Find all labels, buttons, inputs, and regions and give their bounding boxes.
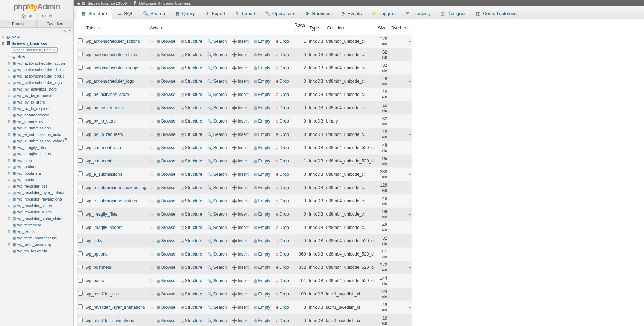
browse-action[interactable]: ▦Browse — [157, 238, 176, 243]
tab-events[interactable]: ◔Events — [335, 8, 367, 19]
expand-icon[interactable]: ⊞ — [7, 100, 11, 104]
empty-action[interactable]: 🗑Empty — [254, 159, 271, 164]
tree-table[interactable]: ⊞▦wp_terms — [0, 228, 73, 235]
tree-table[interactable]: ⊞▦wp_bv_lp_requests — [0, 105, 73, 112]
tab-sql[interactable]: ▭SQL — [112, 8, 138, 19]
table-name-link[interactable]: wp_actionscheduler_groups — [86, 65, 139, 70]
tree-table[interactable]: ⊞▦wp_revslider_sliders — [0, 202, 73, 209]
insert-action[interactable]: ➕Insert — [232, 79, 249, 84]
favorite-star-icon[interactable]: ☆ — [149, 185, 154, 190]
browse-action[interactable]: ▦Browse — [157, 132, 176, 137]
col-table[interactable]: Table ▲ — [84, 21, 148, 35]
drop-action[interactable]: ⊖Drop — [276, 238, 289, 243]
search-action[interactable]: 🔍Search — [207, 265, 227, 270]
drop-action[interactable]: ⊖Drop — [276, 185, 289, 190]
expand-icon[interactable]: ⊞ — [7, 74, 11, 78]
browse-action[interactable]: ▦Browse — [157, 291, 176, 297]
search-action[interactable]: 🔍Search — [207, 159, 227, 164]
table-name-link[interactable]: wp_actionscheduler_logs — [86, 79, 134, 84]
favorite-star-icon[interactable]: ☆ — [149, 92, 154, 97]
search-action[interactable]: 🔍Search — [207, 119, 227, 124]
insert-action[interactable]: ➕Insert — [232, 291, 249, 297]
drop-action[interactable]: ⊖Drop — [276, 318, 289, 323]
insert-action[interactable]: ➕Insert — [232, 238, 249, 243]
structure-action[interactable]: ▤Structure — [181, 132, 203, 137]
tree-table[interactable]: ⊞▦wp_postmeta — [0, 170, 73, 176]
search-action[interactable]: 🔍Search — [207, 52, 227, 57]
row-checkbox[interactable] — [78, 265, 83, 269]
favorite-star-icon[interactable]: ☆ — [149, 145, 154, 151]
tree-table[interactable]: ⊞▦wp_imagify_folders — [0, 151, 73, 157]
col-collation[interactable]: Collation — [325, 21, 376, 35]
search-action[interactable]: 🔍Search — [207, 198, 227, 203]
table-name-link[interactable]: wp_links — [86, 238, 102, 243]
row-checkbox[interactable] — [78, 52, 83, 56]
drop-action[interactable]: ⊖Drop — [276, 278, 289, 283]
home-icon[interactable]: 🏠 — [21, 14, 26, 19]
browse-action[interactable]: ▦Browse — [157, 172, 176, 177]
browse-action[interactable]: ▦Browse — [157, 119, 176, 124]
structure-action[interactable]: ▤Structure — [181, 159, 203, 164]
search-action[interactable]: 🔍Search — [207, 252, 227, 257]
favorite-star-icon[interactable]: ☆ — [149, 132, 154, 137]
tree-table[interactable]: ⊞▦wp_e_submissions_action — [0, 131, 73, 138]
row-checkbox[interactable] — [78, 171, 83, 176]
insert-action[interactable]: ➕Insert — [232, 39, 249, 44]
docs-icon[interactable]: ❔ — [34, 14, 40, 19]
structure-action[interactable]: ▤Structure — [181, 225, 203, 230]
tab-import[interactable]: ⇧Import — [230, 8, 260, 19]
table-name-link[interactable]: wp_bv_activities_store — [86, 92, 129, 97]
col-rows[interactable]: Rows ⓘ — [292, 21, 308, 35]
expand-icon[interactable]: ⊞ — [7, 133, 11, 136]
drop-action[interactable]: ⊖Drop — [276, 198, 289, 203]
favorite-star-icon[interactable]: ☆ — [149, 158, 154, 164]
tab-tracking[interactable]: 👁Tracking — [400, 8, 435, 19]
tree-table[interactable]: ⊞▦wp_e_submissions_values — [0, 138, 73, 144]
tree-table[interactable]: ⊞▦wp_actionscheduler_action — [0, 60, 73, 66]
col-size[interactable]: Size — [376, 21, 389, 35]
expand-icon[interactable]: ⊞ — [7, 165, 11, 169]
expand-icon[interactable]: ⊞ — [7, 120, 11, 123]
table-name-link[interactable]: wp_imagify_folders — [86, 225, 123, 230]
row-checkbox[interactable] — [78, 291, 83, 296]
favorite-star-icon[interactable]: ☆ — [149, 52, 154, 58]
table-name-link[interactable]: wp_revslider_css — [86, 291, 119, 297]
table-name-link[interactable]: wp_imagify_files — [86, 212, 117, 217]
drop-action[interactable]: ⊖Drop — [276, 252, 289, 257]
table-name-link[interactable]: wp_revslider_layer_animations — [86, 305, 145, 310]
expand-icon[interactable]: ⊞ — [7, 204, 11, 207]
structure-action[interactable]: ▤Structure — [181, 278, 203, 283]
empty-action[interactable]: 🗑Empty — [254, 39, 271, 44]
table-name-link[interactable]: wp_options — [86, 252, 108, 257]
clear-filter-icon[interactable]: ✕ — [53, 49, 56, 52]
empty-action[interactable]: 🗑Empty — [254, 238, 271, 243]
tree-table[interactable]: ⊞▦wp_bv_ip_store — [0, 99, 73, 105]
browse-action[interactable]: ▦Browse — [157, 305, 176, 310]
insert-action[interactable]: ➕Insert — [232, 185, 249, 190]
empty-action[interactable]: 🗑Empty — [254, 185, 271, 190]
insert-action[interactable]: ➕Insert — [232, 92, 249, 97]
expand-icon[interactable]: ⊞ — [7, 61, 11, 65]
tree-table[interactable]: ⊞▦wp_revslider_css — [0, 183, 73, 189]
insert-action[interactable]: ➕Insert — [232, 212, 249, 217]
empty-action[interactable]: 🗑Empty — [254, 278, 271, 283]
expand-icon[interactable]: ⊞ — [7, 55, 11, 59]
tab-structure[interactable]: ▦Structure — [76, 8, 112, 19]
search-action[interactable]: 🔍Search — [207, 318, 227, 323]
insert-action[interactable]: ➕Insert — [232, 305, 249, 310]
tree-table[interactable]: ⊞▦wp_termmeta — [0, 222, 73, 228]
favorite-star-icon[interactable]: ☆ — [149, 211, 154, 217]
empty-action[interactable]: 🗑Empty — [254, 291, 271, 297]
favorite-star-icon[interactable]: ☆ — [149, 225, 154, 230]
structure-action[interactable]: ▤Structure — [181, 172, 203, 177]
tree-table[interactable]: ⊞▦wp_revslider_navigations — [0, 196, 73, 202]
drop-action[interactable]: ⊖Drop — [276, 65, 289, 70]
empty-action[interactable]: 🗑Empty — [254, 252, 271, 257]
drop-action[interactable]: ⊖Drop — [276, 265, 289, 270]
tree-table[interactable]: ⊞▦wp_actionscheduler_claim — [0, 66, 73, 73]
browse-action[interactable]: ▦Browse — [157, 92, 176, 97]
favorite-star-icon[interactable]: ☆ — [149, 65, 154, 71]
table-name-link[interactable]: wp_actionscheduler_actions — [86, 39, 140, 44]
browse-action[interactable]: ▦Browse — [157, 265, 176, 270]
logo[interactable]: phpMyAdmin — [0, 0, 73, 13]
